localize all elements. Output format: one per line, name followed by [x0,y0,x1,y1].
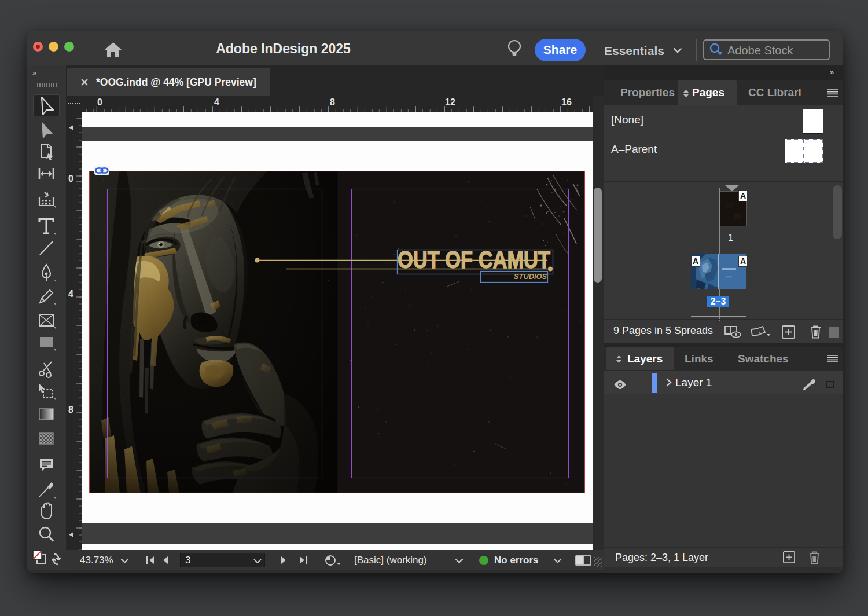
svg-text:OUT OF CAMUT: OUT OF CAMUT [398,246,550,273]
svg-text:STUDIOS: STUDIOS [514,272,547,281]
